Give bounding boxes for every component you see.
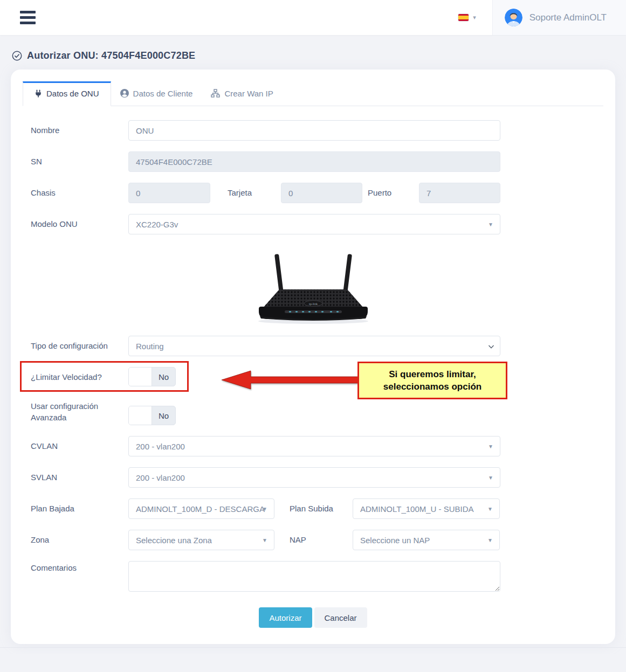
tarjeta-label: Tarjeta — [228, 183, 281, 197]
sn-input — [128, 151, 500, 172]
plug-icon — [35, 89, 42, 98]
modelo-onu-value: XC220-G3v — [136, 220, 178, 229]
limitar-velocidad-toggle[interactable]: No — [128, 367, 176, 386]
tipo-configuracion-label: Tipo de configuración — [31, 336, 128, 350]
tab-crear-wan-ip[interactable]: Crear Wan IP — [202, 81, 282, 106]
row-modelo-onu: Modelo ONU XC220-G3v ▼ — [23, 214, 603, 234]
onu-form-card: Datos de ONU Datos de Cliente Crear Wan … — [11, 70, 615, 644]
row-nombre: Nombre — [23, 120, 603, 141]
svlan-value: 200 - vlan200 — [136, 473, 185, 482]
nombre-input[interactable] — [128, 120, 500, 141]
row-cvlan: CVLAN 200 - vlan200 ▼ — [23, 436, 603, 456]
form-actions: Autorizar Cancelar — [23, 607, 603, 628]
caret-down-icon: ▼ — [262, 506, 267, 512]
tab-bar: Datos de ONU Datos de Cliente Crear Wan … — [23, 81, 603, 106]
comentarios-label: Comentarios — [31, 561, 128, 572]
plan-bajada-label: Plan Bajada — [31, 498, 128, 513]
page-title: Autorizar ONU: 47504F4E000C72BE — [27, 50, 195, 61]
tipo-configuracion-value: Routing — [136, 342, 164, 351]
puerto-input — [419, 183, 500, 203]
hamburger-icon — [20, 11, 36, 24]
limitar-velocidad-label: ¿Limitar Velocidad? — [31, 367, 128, 382]
caret-down-icon: ▼ — [488, 475, 493, 481]
row-zona-nap: Zona Seleccione una Zona ▼ NAP Seleccion… — [23, 530, 603, 550]
navbar-left — [0, 0, 38, 35]
row-limitar-velocidad: ¿Limitar Velocidad? No Si queremos limit… — [23, 367, 603, 386]
chevron-down-icon: ▾ — [473, 14, 476, 21]
callout-line1: Si queremos limitar, — [361, 368, 504, 380]
page-bottom-divider — [0, 647, 626, 654]
row-configuracion-avanzada: Usar configuración Avanzada No — [23, 399, 603, 425]
row-tipo-configuracion: Tipo de configuración Routing — [23, 336, 603, 356]
chasis-label: Chasis — [31, 183, 128, 197]
tab-label: Crear Wan IP — [224, 89, 273, 98]
tab-datos-de-onu[interactable]: Datos de ONU — [23, 81, 111, 106]
cvlan-label: CVLAN — [31, 436, 128, 451]
caret-down-icon: ▼ — [262, 537, 267, 543]
row-svlan: SVLAN 200 - vlan200 ▼ — [23, 467, 603, 488]
page-title-row: Autorizar ONU: 47504F4E000C72BE — [12, 50, 626, 61]
nombre-label: Nombre — [31, 120, 128, 135]
user-name: Soporte AdminOLT — [529, 12, 607, 23]
plan-subida-select[interactable]: ADMINOLT_100M_U - SUBIDA ▼ — [353, 498, 500, 519]
modelo-onu-select[interactable]: XC220-G3v ▼ — [128, 214, 500, 234]
toggle-knob — [129, 406, 152, 425]
toggle-knob — [129, 368, 152, 386]
language-selector[interactable]: ▾ — [442, 0, 492, 35]
zona-label: Zona — [31, 530, 128, 544]
sn-label: SN — [31, 151, 128, 166]
tarjeta-input — [281, 183, 362, 203]
spain-flag-icon — [458, 14, 469, 21]
row-planes: Plan Bajada ADMINOLT_100M_D - DESCARGA ▼… — [23, 498, 603, 519]
nap-label: NAP — [290, 530, 353, 544]
chevron-down-icon — [488, 342, 494, 351]
toggle-state-label: No — [152, 368, 175, 386]
annotation-callout: Si queremos limitar, seleccionamos opció… — [357, 362, 507, 399]
menu-toggle-button[interactable] — [18, 8, 38, 27]
plan-subida-value: ADMINOLT_100M_U - SUBIDA — [360, 504, 474, 514]
toggle-state-label: No — [152, 406, 175, 425]
row-comentarios: Comentarios — [23, 561, 603, 593]
autorizar-button[interactable]: Autorizar — [259, 607, 312, 628]
chasis-input — [128, 183, 210, 203]
row-chasis: Chasis Tarjeta Puerto — [23, 183, 603, 203]
plan-bajada-select[interactable]: ADMINOLT_100M_D - DESCARGA ▼ — [128, 498, 274, 519]
plan-bajada-value: ADMINOLT_100M_D - DESCARGA — [136, 504, 265, 514]
svlan-select[interactable]: 200 - vlan200 ▼ — [128, 467, 500, 488]
zona-value: Seleccione una Zona — [136, 536, 212, 545]
puerto-label: Puerto — [368, 183, 419, 197]
network-icon — [211, 89, 220, 98]
tab-label: Datos de Cliente — [133, 89, 193, 98]
cvlan-value: 200 - vlan200 — [136, 442, 185, 451]
tab-datos-de-cliente[interactable]: Datos de Cliente — [111, 81, 202, 106]
svlan-label: SVLAN — [31, 467, 128, 482]
configuracion-avanzada-label: Usar configuración Avanzada — [31, 399, 128, 423]
plan-subida-label: Plan Subida — [290, 498, 353, 513]
cvlan-select[interactable]: 200 - vlan200 ▼ — [128, 436, 500, 456]
user-menu[interactable]: Soporte AdminOLT — [492, 0, 626, 35]
comentarios-textarea[interactable] — [128, 561, 500, 592]
caret-down-icon: ▼ — [488, 221, 493, 227]
check-circle-icon — [12, 51, 22, 61]
zona-select[interactable]: Seleccione una Zona ▼ — [128, 530, 274, 550]
person-circle-icon — [120, 89, 129, 98]
configuracion-avanzada-toggle[interactable]: No — [128, 406, 176, 425]
top-navbar: ▾ Soporte AdminOLT — [0, 0, 626, 35]
caret-down-icon: ▼ — [487, 506, 493, 512]
callout-line2: seleccionamos opción — [361, 380, 504, 393]
tab-label: Datos de ONU — [46, 89, 99, 98]
onu-device-image: tp-link — [23, 245, 603, 326]
tipo-configuracion-select[interactable]: Routing — [128, 336, 500, 356]
modelo-onu-label: Modelo ONU — [31, 214, 128, 228]
nap-value: Seleccione un NAP — [360, 536, 430, 545]
cancelar-button[interactable]: Cancelar — [314, 607, 367, 628]
nap-select[interactable]: Seleccione un NAP ▼ — [353, 530, 500, 550]
row-sn: SN — [23, 151, 603, 172]
avatar — [505, 9, 522, 26]
annotation-arrow-icon — [220, 369, 361, 391]
navbar-right: ▾ Soporte AdminOLT — [442, 0, 626, 35]
svg-text:tp-link: tp-link — [308, 302, 318, 306]
caret-down-icon: ▼ — [488, 444, 493, 449]
caret-down-icon: ▼ — [487, 537, 493, 543]
